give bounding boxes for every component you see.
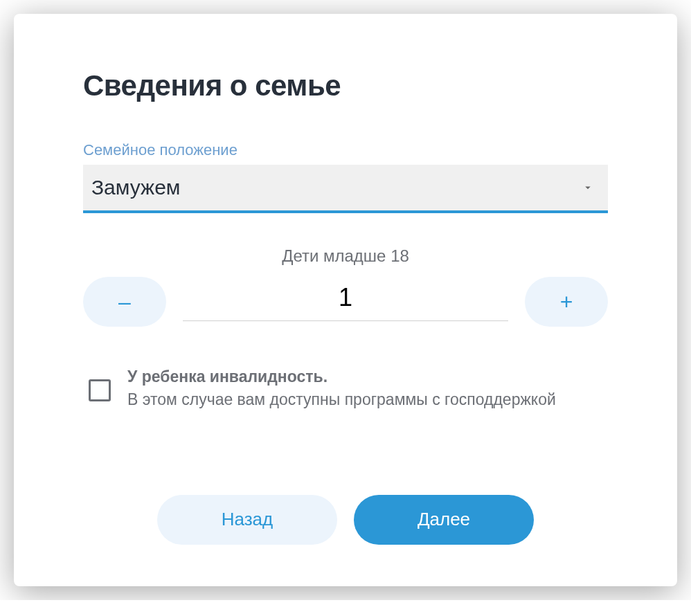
disability-checkbox-label-line2: В этом случае вам доступны программы с г… xyxy=(127,390,556,408)
actions-row: Назад Далее xyxy=(83,495,608,545)
marital-status-select[interactable]: Замужем xyxy=(83,165,608,213)
next-button[interactable]: Далее xyxy=(354,495,534,545)
children-value-wrapper: 1 xyxy=(183,283,508,321)
children-stepper: – 1 + xyxy=(83,277,608,327)
page-title: Сведения о семье xyxy=(83,69,608,102)
children-value: 1 xyxy=(183,283,508,320)
disability-checkbox-label-line1: У ребенка инвалидность. xyxy=(127,368,327,386)
children-value-underline xyxy=(183,320,508,321)
back-button[interactable]: Назад xyxy=(157,495,337,545)
form-card: Сведения о семье Семейное положение Заму… xyxy=(14,14,677,586)
marital-status-field: Семейное положение Замужем xyxy=(83,141,608,213)
disability-checkbox[interactable] xyxy=(89,379,111,401)
disability-checkbox-row: У ребенка инвалидность. В этом случае ва… xyxy=(83,365,608,412)
children-stepper-section: Дети младше 18 – 1 + xyxy=(83,246,608,327)
children-label: Дети младше 18 xyxy=(83,246,608,266)
children-decrement-button[interactable]: – xyxy=(83,277,166,327)
disability-checkbox-label: У ребенка инвалидность. В этом случае ва… xyxy=(127,365,556,412)
marital-status-label: Семейное положение xyxy=(83,141,608,159)
children-increment-button[interactable]: + xyxy=(525,277,608,327)
marital-status-select-wrapper: Замужем xyxy=(83,165,608,213)
